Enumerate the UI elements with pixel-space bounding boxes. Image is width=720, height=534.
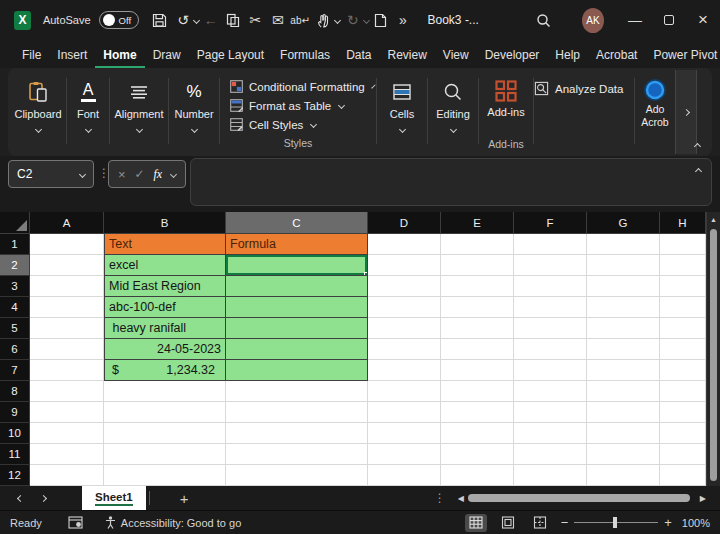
cell-B7[interactable]: $1,234.32	[104, 360, 226, 381]
cell-G2[interactable]	[587, 255, 660, 276]
cell-A5[interactable]	[30, 318, 104, 339]
cell-F6[interactable]	[514, 339, 587, 360]
column-header-G[interactable]: G	[587, 212, 660, 234]
cell-B3[interactable]: Mid East Region	[104, 276, 226, 297]
accessibility-status[interactable]: Accessibility: Good to go	[105, 516, 241, 529]
cell-F5[interactable]	[514, 318, 587, 339]
name-box-dropdown-icon[interactable]	[79, 170, 86, 177]
cell-D11[interactable]	[368, 444, 441, 465]
scroll-up-icon[interactable]: ▲	[707, 212, 720, 223]
cell-B2[interactable]: excel	[104, 255, 226, 276]
conditional-formatting-button[interactable]: Conditional Formatting	[230, 77, 366, 96]
cells-group[interactable]: Cells	[377, 70, 427, 154]
zoom-level[interactable]: 100%	[682, 517, 710, 529]
cell-H7[interactable]	[660, 360, 706, 381]
cell-A6[interactable]	[30, 339, 104, 360]
formula-bar-expand-icon[interactable]	[695, 168, 702, 175]
cell-G9[interactable]	[587, 402, 660, 423]
cell-G10[interactable]	[587, 423, 660, 444]
cell-H11[interactable]	[660, 444, 706, 465]
cell-B8[interactable]	[104, 381, 226, 402]
ribbon-scroll-right[interactable]	[675, 70, 697, 154]
tab-power-pivot[interactable]: Power Pivot	[645, 43, 720, 68]
row-header-3[interactable]: 3	[0, 276, 30, 297]
zoom-slider-thumb[interactable]	[613, 517, 617, 528]
row-header-10[interactable]: 10	[0, 423, 30, 444]
row-header-12[interactable]: 12	[0, 465, 30, 486]
tab-page-layout[interactable]: Page Layout	[189, 43, 272, 68]
cell-D7[interactable]	[368, 360, 441, 381]
row-header-6[interactable]: 6	[0, 339, 30, 360]
macro-record-icon[interactable]	[68, 516, 83, 529]
row-header-2[interactable]: 2	[0, 255, 30, 276]
cell-G3[interactable]	[587, 276, 660, 297]
tab-insert[interactable]: Insert	[49, 43, 95, 68]
search-icon[interactable]	[531, 6, 556, 34]
cell-G8[interactable]	[587, 381, 660, 402]
cell-B4[interactable]: abc-100-def	[104, 297, 226, 318]
cell-E7[interactable]	[441, 360, 514, 381]
undo-dropdown-icon[interactable]	[193, 16, 200, 23]
row-header-8[interactable]: 8	[0, 381, 30, 402]
vertical-scroll-thumb[interactable]	[710, 229, 717, 481]
editing-expand-icon[interactable]	[449, 126, 456, 133]
tab-acrobat[interactable]: Acrobat	[588, 43, 645, 68]
cell-C7[interactable]	[226, 360, 368, 381]
cell-G1[interactable]	[587, 234, 660, 255]
copy-icon[interactable]	[222, 8, 243, 32]
tab-developer[interactable]: Developer	[477, 43, 548, 68]
cell-C4[interactable]	[226, 297, 368, 318]
cell-G6[interactable]	[587, 339, 660, 360]
cell-D5[interactable]	[368, 318, 441, 339]
clipboard-group[interactable]: Clipboard	[10, 70, 66, 154]
cell-C1[interactable]: Formula	[226, 234, 368, 255]
scroll-left-icon[interactable]: ◀	[458, 494, 464, 503]
cell-F2[interactable]	[514, 255, 587, 276]
cell-G4[interactable]	[587, 297, 660, 318]
page-break-view-icon[interactable]	[529, 514, 551, 532]
cancel-icon[interactable]: ×	[118, 167, 126, 182]
cell-H9[interactable]	[660, 402, 706, 423]
number-expand-icon[interactable]	[190, 126, 197, 133]
cell-E12[interactable]	[441, 465, 514, 486]
cell-B6[interactable]: 24-05-2023	[104, 339, 226, 360]
column-header-A[interactable]: A	[30, 212, 104, 234]
cell-E9[interactable]	[441, 402, 514, 423]
cell-styles-dropdown-icon[interactable]	[310, 121, 317, 128]
close-icon[interactable]: ×	[686, 0, 720, 40]
cell-A12[interactable]	[30, 465, 104, 486]
normal-view-icon[interactable]	[465, 514, 487, 532]
cells-expand-icon[interactable]	[398, 126, 405, 133]
minimize-icon[interactable]: —	[618, 0, 652, 40]
cell-H5[interactable]	[660, 318, 706, 339]
column-header-E[interactable]: E	[441, 212, 514, 234]
zoom-out-icon[interactable]: −	[561, 515, 569, 530]
cell-G12[interactable]	[587, 465, 660, 486]
tab-data[interactable]: Data	[338, 43, 379, 68]
cell-F8[interactable]	[514, 381, 587, 402]
cell-H6[interactable]	[660, 339, 706, 360]
sheet-tab-sheet1[interactable]: Sheet1	[82, 486, 146, 510]
cell-A7[interactable]	[30, 360, 104, 381]
cell-C3[interactable]	[226, 276, 368, 297]
cell-F7[interactable]	[514, 360, 587, 381]
clipboard-expand-icon[interactable]	[34, 126, 41, 133]
autosave-toggle[interactable]: Off	[99, 11, 139, 29]
fx-dropdown-icon[interactable]	[170, 170, 177, 177]
next-sheet-icon[interactable]	[40, 494, 47, 501]
row-header-5[interactable]: 5	[0, 318, 30, 339]
enter-icon[interactable]: ✓	[134, 167, 144, 181]
column-header-H[interactable]: H	[660, 212, 706, 234]
cell-A2[interactable]	[30, 255, 104, 276]
cell-C12[interactable]	[226, 465, 368, 486]
save-icon[interactable]	[149, 8, 170, 32]
cell-D2[interactable]	[368, 255, 441, 276]
cell-C6[interactable]	[226, 339, 368, 360]
tab-formulas[interactable]: Formulas	[272, 43, 338, 68]
cell-E11[interactable]	[441, 444, 514, 465]
column-header-D[interactable]: D	[368, 212, 441, 234]
tab-review[interactable]: Review	[379, 43, 434, 68]
new-file-icon[interactable]	[370, 8, 391, 32]
tab-help[interactable]: Help	[547, 43, 588, 68]
vertical-scrollbar[interactable]: ▲	[706, 212, 720, 486]
